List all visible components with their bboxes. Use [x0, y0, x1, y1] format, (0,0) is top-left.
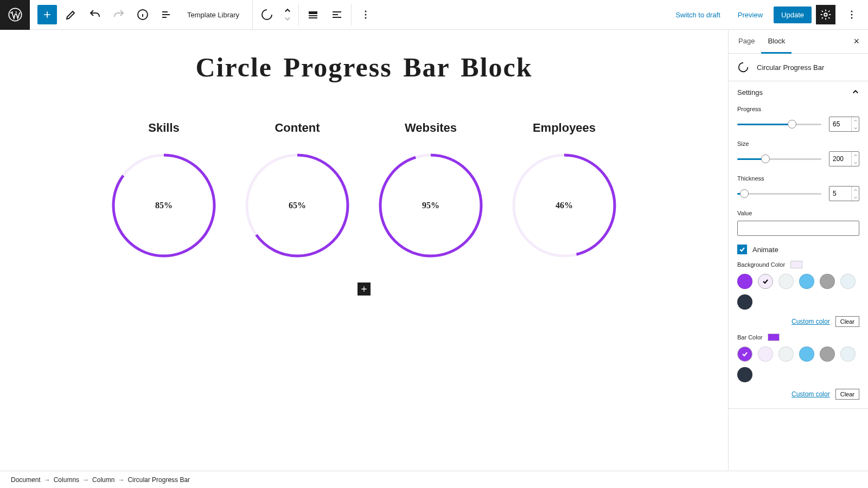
animate-checkbox[interactable] — [737, 245, 747, 254]
bg_color-swatch-5[interactable] — [840, 274, 856, 289]
edit-icon[interactable] — [61, 5, 81, 24]
move-up-button[interactable] — [281, 7, 294, 15]
bar_color-swatch-1[interactable] — [758, 346, 773, 362]
circle-percent-0: 85% — [155, 201, 173, 210]
breadcrumb-item-0[interactable]: Document — [11, 476, 41, 484]
undo-button[interactable] — [85, 5, 105, 24]
bg_color-swatch-6[interactable] — [737, 294, 752, 310]
settings-section-header[interactable]: Settings — [729, 81, 868, 104]
size-slider[interactable] — [737, 158, 821, 160]
editor-topbar: Template Library Switch to draft Preview… — [0, 0, 868, 30]
svg-rect-2 — [309, 11, 317, 14]
add-block-button[interactable] — [37, 5, 57, 24]
size-step-down[interactable] — [852, 159, 859, 166]
circle-progress-2[interactable]: 95% — [378, 152, 484, 259]
block-name: Circular Progress Bar — [757, 63, 824, 72]
more-options-icon[interactable] — [842, 5, 861, 24]
progress-step-down[interactable] — [852, 124, 859, 131]
circle-percent-2: 95% — [422, 201, 439, 210]
circle-progress-3[interactable]: 46% — [511, 152, 617, 259]
svg-point-6 — [365, 14, 367, 16]
bar_color-swatch-2[interactable] — [778, 346, 794, 362]
bar_color-current-swatch — [768, 333, 780, 341]
thickness-slider[interactable] — [737, 193, 821, 195]
circles-row: Skills 85% Content 65% Websites 95% Empl… — [0, 121, 728, 259]
chevron-up-icon — [852, 88, 859, 96]
sidebar: Page Block × Circular Progress Bar Setti… — [728, 30, 868, 471]
svg-point-5 — [365, 11, 367, 12]
bg_color-clear-button[interactable]: Clear — [835, 316, 859, 327]
block-type-icon[interactable] — [257, 5, 277, 24]
svg-point-11 — [851, 17, 853, 19]
wordpress-logo[interactable] — [0, 0, 30, 30]
align-icon[interactable] — [327, 5, 347, 24]
svg-point-9 — [851, 11, 853, 12]
progress-label: Progress — [737, 106, 859, 112]
svg-point-8 — [824, 13, 827, 16]
value-label: Value — [737, 210, 859, 216]
bar_color-label: Bar Color — [737, 334, 762, 341]
bg_color-swatch-4[interactable] — [820, 274, 835, 289]
move-down-button — [281, 15, 294, 22]
settings-gear-button[interactable] — [816, 5, 835, 24]
svg-point-10 — [851, 14, 853, 16]
circle-label-2[interactable]: Websites — [405, 121, 457, 135]
block-move-arrows — [281, 7, 294, 22]
circle-label-1[interactable]: Content — [275, 121, 320, 135]
circle-progress-1[interactable]: 65% — [244, 152, 350, 259]
page-title[interactable]: Circle Progress Bar Block — [0, 52, 728, 83]
bg_color-swatch-3[interactable] — [799, 274, 814, 289]
circle-progress-0[interactable]: 85% — [111, 152, 217, 259]
breadcrumb-item-3[interactable]: Circular Progress Bar — [127, 476, 190, 484]
thickness-step-down[interactable] — [852, 194, 859, 201]
breadcrumb-item-2[interactable]: Column — [92, 476, 114, 484]
breadcrumb-item-1[interactable]: Columns — [54, 476, 79, 484]
thickness-step-up[interactable] — [852, 187, 859, 194]
svg-rect-4 — [309, 17, 317, 18]
circle-percent-3: 46% — [556, 201, 573, 210]
preview-button[interactable]: Preview — [731, 7, 769, 23]
bg_color-current-swatch — [790, 261, 802, 268]
block-toolbar — [252, 0, 380, 30]
info-icon[interactable] — [133, 5, 152, 24]
tab-page[interactable]: Page — [732, 30, 761, 54]
size-step-up[interactable] — [852, 152, 859, 159]
tab-block[interactable]: Block — [761, 30, 792, 54]
size-label: Size — [737, 140, 859, 147]
block-more-icon[interactable] — [356, 5, 375, 24]
block-header: Circular Progress Bar — [729, 54, 868, 81]
bar_color-clear-button[interactable]: Clear — [835, 389, 859, 400]
bg_color-swatch-0[interactable] — [737, 274, 752, 289]
bar_color-swatch-3[interactable] — [799, 346, 814, 362]
svg-point-7 — [365, 17, 367, 19]
bar_color-swatch-6[interactable] — [737, 367, 752, 382]
svg-rect-3 — [309, 15, 317, 16]
animate-label: Animate — [752, 246, 778, 254]
redo-button — [109, 5, 129, 24]
circle-percent-1: 65% — [289, 201, 306, 210]
bg_color-label: Background Color — [737, 261, 785, 268]
circle-label-0[interactable]: Skills — [148, 121, 179, 135]
template-library-button[interactable]: Template Library — [178, 11, 248, 19]
progress-slider[interactable] — [737, 124, 821, 125]
breadcrumb: Document→Columns→Column→Circular Progres… — [0, 471, 868, 488]
bar_color-swatch-5[interactable] — [840, 346, 856, 362]
align-full-icon[interactable] — [303, 5, 323, 24]
value-input[interactable] — [737, 221, 859, 236]
bar_color-swatch-0[interactable] — [737, 346, 752, 362]
bg_color-swatch-2[interactable] — [778, 274, 794, 289]
sidebar-tabs: Page Block × — [729, 30, 868, 54]
update-button[interactable]: Update — [774, 7, 812, 23]
circle-label-3[interactable]: Employees — [533, 121, 596, 135]
bg_color-swatch-1[interactable] — [758, 274, 773, 289]
switch-to-draft-button[interactable]: Switch to draft — [669, 7, 726, 23]
thickness-label: Thickness — [737, 175, 859, 182]
list-view-icon[interactable] — [157, 5, 176, 24]
bar_color-custom-color-link[interactable]: Custom color — [792, 390, 830, 398]
editor-canvas: Circle Progress Bar Block Skills 85% Con… — [0, 30, 728, 471]
progress-step-up[interactable] — [852, 117, 859, 124]
close-icon[interactable]: × — [848, 33, 865, 50]
add-block-inline-button[interactable] — [358, 282, 371, 296]
bg_color-custom-color-link[interactable]: Custom color — [792, 318, 830, 325]
bar_color-swatch-4[interactable] — [820, 346, 835, 362]
